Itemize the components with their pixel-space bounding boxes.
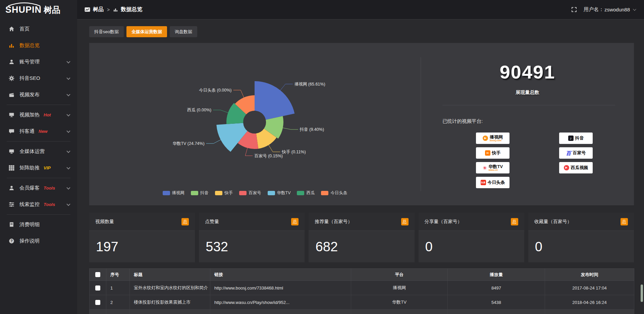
chevron-down-icon <box>66 92 70 96</box>
main-area: 树品 > 数据总览 用户名： zswodun88 抖音seo数据 全媒体运营数据… <box>77 0 644 314</box>
user-menu[interactable]: 用户名： zswodun88 <box>584 6 635 13</box>
legend-item-今日头条[interactable]: 今日头条 <box>321 190 347 196</box>
cell-title-link[interactable]: 室外水纹灯和室内水纹灯的区别和简介 <box>130 281 210 295</box>
sidebar-item-doketong[interactable]: 抖客通 New <box>0 123 77 140</box>
sidebar-item-home[interactable]: 首页 <box>0 21 77 37</box>
cell-url-link[interactable]: http://www.wasu.cn/Play/show/id/952... <box>210 295 351 310</box>
vip-badge: VIP <box>44 165 51 170</box>
sliders-icon <box>9 202 14 207</box>
col-header-platform: 平台 <box>351 269 448 281</box>
sidebar-item-omnimedia[interactable]: 全媒体运营 <box>0 143 77 160</box>
pie-slice-播视网[interactable] <box>255 81 294 120</box>
sidebar-nav: 首页 数据总览 账号管理 抖音SEO 视频发布 <box>0 19 77 314</box>
sidebar-item-help[interactable]: ? 操作说明 <box>0 233 77 249</box>
label-leader-line <box>280 84 293 91</box>
row-checkbox[interactable] <box>95 285 100 291</box>
pie-label: 百家号 (0.15%) <box>254 154 283 158</box>
total-badge[interactable]: 总 <box>621 218 628 225</box>
row-checkbox[interactable] <box>95 300 100 305</box>
legend-item-快手[interactable]: 快手 <box>215 190 233 196</box>
platforms-title: 已统计的视频平台: <box>442 118 634 124</box>
legend-item-播视网[interactable]: 播视网 <box>163 190 185 196</box>
app-logo[interactable]: SHUPIN 树品 <box>0 0 77 19</box>
topbar: 树品 > 数据总览 用户名： zswodun88 <box>77 0 644 19</box>
legend-item-百家号[interactable]: 百家号 <box>239 190 261 196</box>
legend-label: 西瓜 <box>306 190 315 196</box>
legend-item-西瓜[interactable]: 西瓜 <box>297 190 315 196</box>
legend-label: 百家号 <box>249 190 261 196</box>
logo-arc <box>7 2 42 6</box>
legend-label: 播视网 <box>172 190 185 196</box>
summary-area: 90491 展现量总数 已统计的视频平台: ▶播视网boosj.com∞快手✳华… <box>421 43 634 205</box>
sidebar-item-video-publish[interactable]: 视频发布 <box>0 87 77 103</box>
sidebar-item-account[interactable]: 账号管理 <box>0 54 77 70</box>
table-row: 1 室外水纹灯和室内水纹灯的区别和简介 http://www.boosj.com… <box>90 281 634 295</box>
label-leader-line <box>206 140 221 144</box>
sidebar-item-member-burst[interactable]: 会员爆客 Tools <box>0 180 77 196</box>
platform-name: 快手 <box>492 151 501 155</box>
total-badge[interactable]: 总 <box>401 218 409 225</box>
total-badge[interactable]: 总 <box>511 218 518 225</box>
impressions-total: 90491 <box>421 61 634 83</box>
scrollbar-thumb[interactable] <box>641 284 643 302</box>
sidebar-item-label: 矩阵助推 <box>19 165 40 171</box>
platform-name: 播视网 <box>490 135 503 140</box>
chevron-down-icon <box>633 7 636 11</box>
tools-badge: Tools <box>44 202 55 207</box>
sidebar-item-spend-details[interactable]: 消费明细 <box>0 216 77 233</box>
sidebar-divider <box>7 105 70 105</box>
new-badge: New <box>39 129 48 134</box>
label-leader-line <box>233 90 244 98</box>
platform-badge-今日头条: 头条今日头条 <box>476 177 509 188</box>
tab-omnimedia-data[interactable]: 全媒体运营数据 <box>126 26 167 37</box>
sidebar-item-label: 全媒体运营 <box>19 148 45 155</box>
breadcrumb-separator: > <box>107 7 110 12</box>
select-all-checkbox[interactable] <box>95 272 100 277</box>
sidebar-item-lead-monitor[interactable]: 线索监控 Tools <box>0 196 77 213</box>
stat-card-value: 0 <box>425 239 433 254</box>
platform-name: 百家号 <box>573 151 586 155</box>
topbar-right: 用户名： zswodun88 <box>571 6 635 13</box>
cell-title-link[interactable]: 楼体投影灯投影效果震撼上市 <box>130 295 210 310</box>
sidebar-item-matrix-boost[interactable]: 矩阵助推 VIP <box>0 160 77 176</box>
screen-icon <box>9 149 14 154</box>
stat-card-videos: 视频数量总 197 <box>89 213 195 262</box>
chevron-down-icon <box>66 59 70 63</box>
table-row <box>90 310 634 314</box>
username-value: zswodun88 <box>604 7 630 12</box>
total-badge[interactable]: 总 <box>291 218 299 225</box>
row-select-cell <box>90 281 106 295</box>
stat-card-value: 0 <box>535 239 542 254</box>
tab-inquiry-data[interactable]: 询盘数据 <box>170 26 197 37</box>
cell-url-link[interactable]: http://www.boosj.com/7338468.html <box>210 281 351 295</box>
stat-card-likes: 点赞量总 532 <box>199 213 305 262</box>
fullscreen-icon[interactable] <box>571 7 577 12</box>
breadcrumb-root[interactable]: 树品 <box>93 6 104 13</box>
clapperboard-icon <box>9 92 14 98</box>
sidebar-item-data-overview[interactable]: 数据总览 <box>0 37 77 54</box>
overview-panel: 播视网 (65.61%)抖音 (9.40%)快手 (0.11%)百家号 (0.1… <box>89 43 634 205</box>
monitor-icon <box>9 112 14 118</box>
sidebar-item-douyin-seo[interactable]: 抖音SEO <box>0 70 77 87</box>
legend-item-抖音[interactable]: 抖音 <box>191 190 209 196</box>
chevron-down-icon <box>66 112 70 116</box>
home-icon <box>9 26 14 32</box>
stat-card-label: 推荐量（百家号） <box>315 219 352 225</box>
row-select-cell <box>90 310 106 314</box>
chat-bubble-icon <box>9 128 14 134</box>
sidebar-item-video-heat[interactable]: 视频加热 Hot <box>0 107 77 123</box>
sidebar-item-label: 消费明细 <box>19 221 40 228</box>
tab-douyin-seo-data[interactable]: 抖音seo数据 <box>89 26 124 37</box>
total-badge[interactable]: 总 <box>181 218 189 225</box>
platform-name: 西瓜视频 <box>571 165 588 170</box>
stat-card-value: 197 <box>96 239 118 254</box>
legend-item-华数TV[interactable]: 华数TV <box>268 190 291 196</box>
chevron-down-icon <box>66 186 70 189</box>
sidebar-item-label: 抖客通 <box>19 128 35 135</box>
stat-card-label: 收藏量（百家号） <box>534 219 572 225</box>
table-header-row: 序号 标题 链接 平台 播放量 发布时间 <box>90 269 634 281</box>
legend-swatch <box>215 191 222 195</box>
cell-time: 2018-04-26 16:24 <box>545 295 634 310</box>
sidebar-item-label: 视频加热 <box>19 112 40 118</box>
breadcrumb-current[interactable]: 数据总览 <box>121 6 142 13</box>
